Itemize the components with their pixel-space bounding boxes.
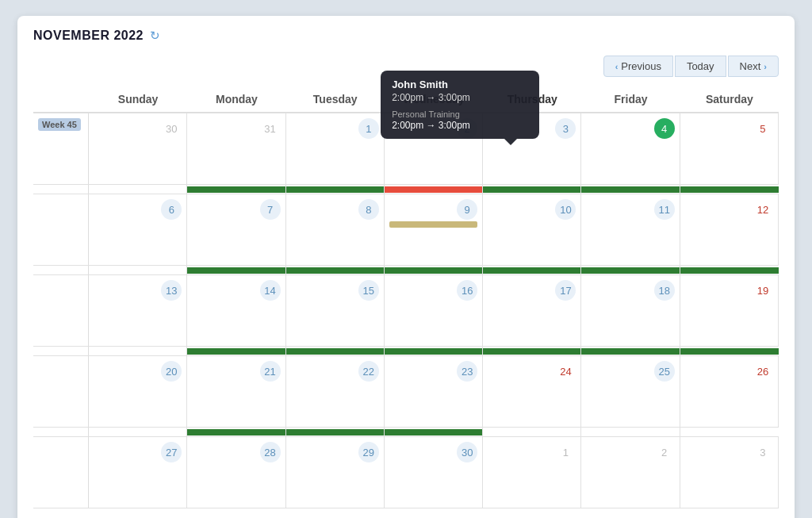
day-number-13-w2: 13 [161, 280, 182, 301]
day-cell-w2d1[interactable]: 14 [187, 274, 285, 346]
sep-cell-w0d6 [680, 184, 779, 194]
day-cell-w4d5[interactable]: 2 [581, 436, 680, 508]
day-cell-w1d2[interactable]: 8 [286, 194, 385, 265]
day-number-31-w0: 31 [260, 118, 281, 139]
sep-cell-w1d6 [680, 265, 779, 274]
week-label-0: Week 45 [33, 113, 89, 184]
green-bar-w3d3 [385, 429, 482, 436]
sep-week-3 [33, 427, 89, 436]
day-number-4-w0: 4 [654, 118, 675, 139]
day-cell-w1d5[interactable]: 11 [581, 194, 680, 265]
prev-arrow-icon: ‹ [615, 62, 619, 71]
day-number-16-w2: 16 [457, 280, 477, 301]
day-cell-w0d5[interactable]: 4 [581, 113, 680, 184]
day-cell-w2d4[interactable]: 17 [483, 274, 581, 346]
day-cell-w4d3[interactable]: 30 [385, 436, 483, 508]
week-label-2 [33, 274, 89, 346]
tooltip-time: 2:00pm → 3:00pm [392, 92, 528, 103]
day-number-14-w2: 14 [260, 280, 281, 301]
day-cell-w1d1[interactable]: 7 [187, 194, 285, 265]
green-bar-w2d4 [483, 348, 580, 355]
day-number-19-w2: 19 [753, 280, 773, 301]
green-bar-w2d6 [680, 348, 779, 355]
green-bar-w2d3 [385, 348, 482, 355]
day-cell-w0d2[interactable]: 1 [286, 113, 385, 184]
small-green-thursday [483, 186, 522, 193]
green-bar-w1d4 [483, 267, 580, 274]
day-cell-w2d5[interactable]: 18 [581, 274, 680, 346]
green-bar-w0d6 [680, 186, 779, 193]
day-number-21-w3: 21 [260, 361, 281, 382]
day-number-30-w4: 30 [457, 442, 477, 462]
day-cell-w0d1[interactable]: 31 [187, 113, 285, 184]
sep-cell-w1d4 [483, 265, 581, 274]
sep-cell-w0d4 [483, 184, 581, 194]
day-cell-w0d4[interactable]: 3John Smith2:00pm → 3:00pmPersonal Train… [483, 113, 581, 184]
day-number-20-w3: 20 [161, 361, 182, 382]
day-cell-w3d1[interactable]: 21 [187, 355, 285, 427]
day-number-9-w1: 9 [457, 199, 477, 220]
day-cell-w3d4[interactable]: 24 [483, 355, 581, 427]
day-cell-w4d1[interactable]: 28 [187, 436, 285, 508]
sep-cell-w2d5 [581, 346, 680, 355]
sep-cell-w1d3 [385, 265, 483, 274]
day-cell-w2d6[interactable]: 19 [680, 274, 779, 346]
calendar-header: NOVEMBER 2022 ↻ [33, 29, 779, 43]
tooltip-event-time: 2:00pm → 3:00pm [392, 120, 528, 131]
day-cell-w4d0[interactable]: 27 [89, 436, 187, 508]
day-number-25-w3: 25 [654, 361, 675, 382]
day-cell-w3d0[interactable]: 20 [89, 355, 187, 427]
day-cell-w2d0[interactable]: 13 [89, 274, 187, 346]
day-number-3-w4: 3 [753, 442, 773, 462]
day-number-12-w1: 12 [753, 199, 773, 220]
green-bar-w2d1 [187, 348, 285, 355]
day-cell-w1d4[interactable]: 10 [483, 194, 581, 265]
sep-cell-w2d0 [89, 346, 187, 355]
sep-cell-w3d0 [89, 427, 187, 436]
day-number-18-w2: 18 [654, 280, 675, 301]
final-separator [33, 508, 779, 508]
day-cell-w1d3[interactable]: 9 [385, 194, 483, 265]
green-bar-w1d5 [581, 267, 679, 274]
day-cell-w3d5[interactable]: 25 [581, 355, 680, 427]
day-cell-w3d3[interactable]: 23 [385, 355, 483, 427]
day-cell-w0d0[interactable]: 30 [89, 113, 187, 184]
previous-button[interactable]: ‹ Previous [603, 56, 673, 77]
header-monday: Monday [187, 86, 285, 112]
green-bar-w1d6 [680, 267, 779, 274]
sep-cell-w1d1 [187, 265, 285, 274]
day-number-8-w1: 8 [358, 199, 379, 220]
day-cell-w0d6[interactable]: 5 [680, 113, 779, 184]
header-sunday: Sunday [89, 86, 187, 112]
day-number-24-w3: 24 [555, 361, 576, 382]
day-cell-w4d2[interactable]: 29 [286, 436, 385, 508]
refresh-icon[interactable]: ↻ [150, 29, 160, 43]
day-cell-w4d6[interactable]: 3 [680, 436, 779, 508]
today-button[interactable]: Today [675, 56, 726, 77]
week-label-1 [33, 194, 89, 265]
sep-cell-w1d0 [89, 265, 187, 274]
day-cell-w1d6[interactable]: 12 [680, 194, 779, 265]
week-label-3 [33, 355, 89, 427]
sep-cell-w3d6 [680, 427, 779, 436]
sep-week-1 [33, 265, 89, 274]
day-cell-w1d0[interactable]: 6 [89, 194, 187, 265]
green-bar-w3d2 [286, 429, 384, 436]
green-bar-w0d5 [581, 186, 679, 193]
day-cell-w2d3[interactable]: 16 [385, 274, 483, 346]
day-cell-w3d2[interactable]: 22 [286, 355, 385, 427]
sep-week-0 [33, 184, 89, 194]
week-label-4 [33, 436, 89, 508]
sep-cell-w1d2 [286, 265, 385, 274]
day-cell-w3d6[interactable]: 26 [680, 355, 779, 427]
green-bar-w1d1 [187, 267, 285, 274]
sep-week-2 [33, 346, 89, 355]
sep-cell-w0d3 [385, 184, 483, 194]
day-cell-w4d4[interactable]: 1 [483, 436, 581, 508]
sep-cell-w2d6 [680, 346, 779, 355]
sep-cell-w2d4 [483, 346, 581, 355]
day-cell-w2d2[interactable]: 15 [286, 274, 385, 346]
green-bar-w2d2 [286, 348, 384, 355]
day-number-23-w3: 23 [457, 361, 477, 382]
next-button[interactable]: Next › [728, 56, 779, 77]
